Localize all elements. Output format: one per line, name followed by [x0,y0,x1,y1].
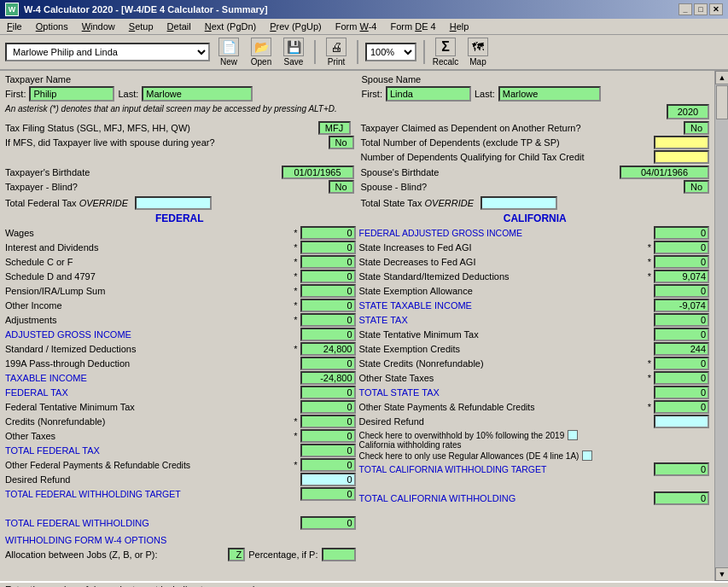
federal-tax-input[interactable] [300,386,356,399]
ca-exemption-allowance-input[interactable] [654,284,709,298]
allocation-input[interactable] [228,548,245,561]
ca-state-increases-input[interactable] [654,241,709,254]
taxpayer-first-input[interactable] [29,86,114,102]
taxpayer-blind-value[interactable]: No [329,180,354,194]
federal-credits-input[interactable] [300,415,356,428]
ca-other-taxes-input[interactable] [654,371,709,385]
taxpayer-last-input[interactable] [142,86,253,102]
zoom-select[interactable]: 100% [365,43,416,61]
scroll-track[interactable] [715,84,728,567]
ca-nonrefundable-input[interactable] [654,357,709,370]
year-input[interactable] [667,104,709,119]
federal-withholding-target-input[interactable] [300,487,356,501]
ca-exemption-credits-input[interactable] [654,342,709,356]
scroll-thumb[interactable] [716,85,728,119]
menu-setup[interactable]: Setup [125,20,157,32]
new-button[interactable]: 📄 New [215,38,242,67]
recalc-button[interactable]: Σ Recalc [432,38,459,67]
ca-fed-agi-input[interactable] [654,226,709,240]
federal-total-withholding-input[interactable] [300,516,356,530]
spouse-birthdate-label: Spouse's Birthdate [361,167,620,177]
scroll-down-button[interactable]: ▼ [715,567,728,581]
map-button[interactable]: 🗺 Map [464,38,492,67]
child-tax-credit-input[interactable] [654,150,709,164]
federal-other-payments-input[interactable] [300,458,356,472]
open-button[interactable]: 📂 Open [248,38,275,67]
ca-total-state-tax-input[interactable] [654,386,709,399]
ca-overwithhold-checkbox[interactable] [568,430,578,440]
vertical-scrollbar[interactable]: ▲ ▼ [714,71,728,581]
scroll-up-button[interactable]: ▲ [715,71,728,84]
federal-override-input[interactable] [135,196,212,210]
spouse-first-input[interactable] [386,86,471,102]
ca-standard-input[interactable] [654,270,709,283]
ca-state-tax-input[interactable] [654,313,709,327]
federal-other-taxes-input[interactable] [300,429,356,443]
total-dependents-input[interactable] [654,136,709,149]
menu-help[interactable]: Help [446,20,473,32]
save-button[interactable]: 💾 Save [280,38,307,67]
ca-note1-text: Check here to overwithhold by 10% follow… [359,431,565,440]
federal-total-withholding-label: TOTAL FEDERAL WITHHOLDING [5,518,292,528]
federal-total-tax-input[interactable] [300,444,356,457]
ca-taxable-income-label: STATE TAXABLE INCOME [359,300,646,311]
federal-adjustments-input[interactable] [300,313,356,327]
ca-state-decreases-input[interactable] [654,255,709,269]
ca-total-withholding-input[interactable] [654,491,709,505]
menu-form-w4[interactable]: Form W-4 [332,20,381,32]
menu-file[interactable]: File [3,20,26,32]
spouse-birthdate-blind: Spouse's Birthdate Spouse - Blind? No [361,166,710,194]
close-button[interactable]: ✕ [709,3,723,15]
federal-schedule-d-input[interactable] [300,270,356,283]
ca-exemption-credits-label: State Exemption Credits [359,344,646,354]
ca-exemption-allowance-label: State Exemption Allowance [359,286,646,296]
spouse-blind-value[interactable]: No [684,180,709,194]
taxpayer-birthdate-blind: Taxpayer's Birthdate Taxpayer - Blind? N… [5,166,354,194]
name-select[interactable]: Marlowe Philip and Linda [5,43,210,61]
filing-status-value[interactable]: MFJ [318,121,351,135]
data-columns: Wages * Interest and Dividends * Schedul… [5,226,709,562]
menu-prev[interactable]: Prev (PgUp) [266,20,325,32]
ca-withholding-target-input[interactable] [654,462,709,476]
federal-standard-input[interactable] [300,342,356,356]
menu-detail[interactable]: Detail [164,20,195,32]
state-override-input[interactable] [480,196,557,210]
federal-schedule-c-input[interactable] [300,255,356,269]
ca-desired-refund-input[interactable] [654,415,709,428]
menu-window[interactable]: Window [79,20,119,32]
federal-withholding-target-label: TOTAL FEDERAL WITHHOLDING TARGET [5,489,292,499]
federal-amt-input[interactable] [300,400,356,414]
ca-other-payments-input[interactable] [654,400,709,414]
minimize-button[interactable]: _ [678,3,692,15]
ca-taxable-income-input[interactable] [654,299,709,312]
menu-options[interactable]: Options [32,20,72,32]
spouse-birthdate-input[interactable] [620,166,709,179]
mfs-value[interactable]: No [329,136,354,149]
federal-pension-input[interactable] [300,284,356,298]
menu-next[interactable]: Next (PgDn) [201,20,260,32]
federal-taxable-income-input[interactable] [300,371,356,385]
menu-form-de4[interactable]: Form DE 4 [387,20,439,32]
taxpayer-birthdate-input[interactable] [282,166,354,179]
federal-credits-row: Credits (Nonrefundable) * [5,415,356,428]
federal-wages-input[interactable] [300,226,356,240]
tp-dependent-value[interactable]: No [684,121,709,135]
maximize-button[interactable]: □ [694,3,708,15]
menu-bar: File Options Window Setup Detail Next (P… [0,19,728,35]
ca-amt-input[interactable] [654,328,709,341]
spouse-section-title: Spouse Name [362,74,710,84]
filing-status-row: Tax Filing Status (SGL, MFJ, MFS, HH, QW… [5,121,354,135]
federal-desired-refund-input[interactable] [300,473,356,486]
ca-other-taxes-row: Other State Taxes * [359,371,710,385]
toolbar: Marlowe Philip and Linda 📄 New 📂 Open 💾 … [0,35,728,71]
ca-regular-allowances-checkbox[interactable] [582,450,592,461]
federal-other-income-input[interactable] [300,299,356,312]
federal-199a-input[interactable] [300,357,356,370]
allocation-label: Allocation between Jobs (Z, B, or P): [5,549,228,560]
percentage-input[interactable] [322,548,356,561]
federal-agi-input[interactable] [300,328,356,341]
california-column: FEDERAL ADJUSTED GROSS INCOME State Incr… [359,226,710,562]
print-button[interactable]: 🖨 Print [323,38,350,67]
federal-interest-input[interactable] [300,241,356,254]
spouse-last-input[interactable] [498,86,601,102]
